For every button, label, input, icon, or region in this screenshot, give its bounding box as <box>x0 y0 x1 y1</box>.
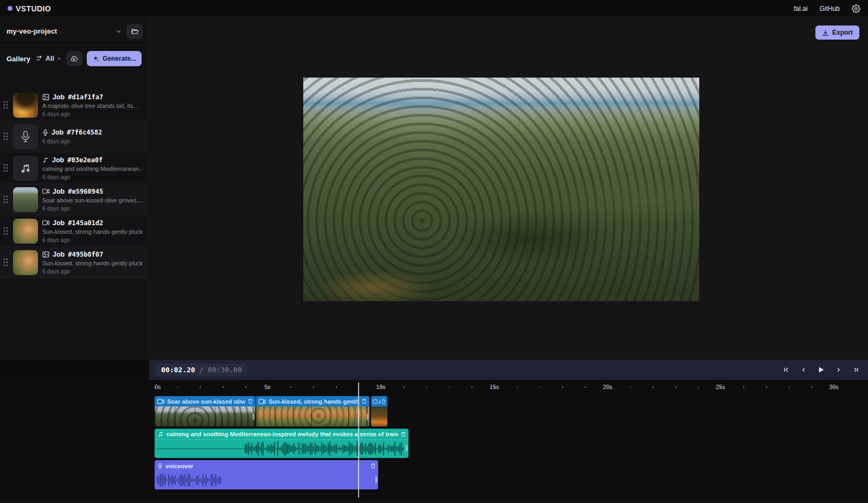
drag-handle-icon[interactable] <box>3 164 9 172</box>
job-row-145a01d2[interactable]: Job #145a01d2 Sun-kissed, strong hands g… <box>0 215 148 247</box>
link-github[interactable]: GitHub <box>820 5 840 12</box>
generate-label: Generate... <box>103 55 136 62</box>
trash-icon <box>381 399 386 404</box>
video-clip-soar[interactable]: Soar above sun-kissed olive <box>155 396 256 426</box>
job-timestamp: 6 days ago <box>42 138 143 144</box>
gallery-header: Gallery All Generate... <box>0 46 148 72</box>
music-note-icon <box>157 431 164 437</box>
generate-button[interactable]: Generate... <box>87 51 142 66</box>
job-timestamp: 6 days ago <box>42 174 143 180</box>
playhead[interactable] <box>358 383 359 498</box>
job-timestamp: 6 days ago <box>42 268 143 275</box>
delete-clip-button[interactable] <box>362 398 367 404</box>
gallery-filter-dropdown[interactable]: All <box>36 55 62 62</box>
music-note-icon <box>42 157 49 163</box>
chevron-down-icon <box>116 28 122 35</box>
trash-icon <box>248 398 253 404</box>
job-row-e5960945[interactable]: Job #e5960945 Soar above sun-kissed oliv… <box>0 184 148 215</box>
delete-clip-button[interactable] <box>381 399 386 404</box>
drag-handle-icon[interactable] <box>3 101 9 109</box>
job-row-7f6c4582[interactable]: Job #7f6c4582 6 days ago <box>0 121 148 152</box>
upload-button[interactable] <box>66 51 82 66</box>
clip-resize-handle[interactable] <box>367 413 368 420</box>
drag-handle-icon[interactable] <box>3 195 9 203</box>
music-waveform <box>155 441 409 457</box>
logo-dot-icon <box>8 6 12 11</box>
delete-clip-button[interactable] <box>401 431 406 437</box>
delete-clip-button[interactable] <box>371 463 375 469</box>
job-id: #d1af1fa7 <box>68 93 103 101</box>
project-selector[interactable]: my-veo-project <box>0 17 148 46</box>
job-row-d1af1fa7[interactable]: Job #d1af1fa7 A majestic olive tree stan… <box>0 90 148 121</box>
voiceover-clip[interactable]: voiceover <box>155 460 378 489</box>
job-description: Sun-kissed, strong hands gently pluck... <box>42 260 143 266</box>
job-timestamp: 6 days ago <box>42 111 143 117</box>
open-project-folder-button[interactable] <box>126 24 143 39</box>
microphone-icon <box>42 129 48 136</box>
job-row-03e2ea0f[interactable]: Job #03e2ea0f calming and soothing Medit… <box>0 152 148 184</box>
image-icon <box>42 251 49 258</box>
microphone-icon <box>157 463 163 469</box>
sidebar: my-veo-project Gallery All <box>0 17 149 360</box>
video-camera-icon <box>259 399 266 404</box>
settings-gear-icon[interactable] <box>852 4 860 13</box>
job-label: Job <box>53 93 65 101</box>
job-thumbnail <box>13 219 38 244</box>
clip-label: A <box>379 398 380 405</box>
clip-resize-handle[interactable] <box>253 413 254 420</box>
job-id: #7f6c4582 <box>67 129 102 136</box>
job-timestamp: 6 days ago <box>42 237 143 243</box>
skip-to-end-button[interactable] <box>850 364 861 376</box>
time-separator: / <box>195 366 208 374</box>
video-camera-icon <box>42 220 49 226</box>
step-back-button[interactable] <box>797 364 809 376</box>
drag-handle-icon[interactable] <box>3 227 9 235</box>
delete-clip-button[interactable] <box>248 398 253 404</box>
job-description: calming and soothing Mediterranean-... <box>42 165 143 172</box>
transport-controls <box>780 364 861 376</box>
project-name: my-veo-project <box>7 27 57 35</box>
step-forward-button[interactable] <box>832 364 844 376</box>
export-button[interactable]: Export <box>815 26 859 40</box>
play-button[interactable] <box>815 364 827 376</box>
ruler-ticks <box>155 386 838 388</box>
app-logo: VSTUDIO <box>8 4 51 13</box>
folder-open-icon <box>131 27 139 35</box>
music-clip[interactable]: calming and soothing Mediterranean-inspi… <box>155 429 409 458</box>
drag-handle-icon[interactable] <box>3 132 9 141</box>
voiceover-waveform <box>155 472 378 488</box>
drag-handle-icon[interactable] <box>3 258 9 266</box>
job-timestamp: 6 days ago <box>42 205 143 212</box>
job-label: Job <box>53 188 65 195</box>
microphone-icon <box>20 130 31 143</box>
skip-to-start-button[interactable] <box>780 364 792 376</box>
video-camera-icon <box>157 399 164 404</box>
top-bar: VSTUDIO fal.ai GitHub <box>0 0 868 17</box>
job-description: Soar above sun-kissed olive groves,... <box>42 197 143 203</box>
download-icon <box>822 29 829 36</box>
clip-label: calming and soothing Mediterranean-inspi… <box>167 431 398 437</box>
video-clip-sun-kissed[interactable]: Sun-kissed, strong hands gently plu <box>256 396 369 426</box>
gallery-job-list: Job #d1af1fa7 A majestic olive tree stan… <box>0 90 148 278</box>
video-preview[interactable] <box>303 78 699 301</box>
clip-resize-handle[interactable] <box>375 476 377 483</box>
image-icon <box>373 399 378 404</box>
clip-resize-handle[interactable] <box>406 445 407 451</box>
job-label: Job <box>53 251 65 258</box>
trash-icon <box>362 398 367 404</box>
trash-icon <box>401 431 406 437</box>
job-thumbnail <box>13 250 38 275</box>
job-row-495b8f07[interactable]: Job #495b8f07 Sun-kissed, strong hands g… <box>0 247 148 278</box>
filter-icon <box>36 55 43 62</box>
timeline: 0s 5s 10s 15s 20s 25s 30s Soar above sun… <box>0 380 868 503</box>
image-clip-a[interactable]: A <box>371 396 387 426</box>
job-label: Job <box>52 129 63 136</box>
job-thumbnail <box>13 93 38 118</box>
job-id: #495b8f07 <box>68 251 103 258</box>
job-label: Job <box>53 219 65 227</box>
timeline-ruler[interactable]: 0s 5s 10s 15s 20s 25s 30s <box>149 380 868 394</box>
music-note-icon <box>20 162 31 174</box>
chevron-down-icon <box>56 56 62 61</box>
total-time: 00:30.00 <box>208 366 242 374</box>
link-fal-ai[interactable]: fal.ai <box>794 5 807 12</box>
